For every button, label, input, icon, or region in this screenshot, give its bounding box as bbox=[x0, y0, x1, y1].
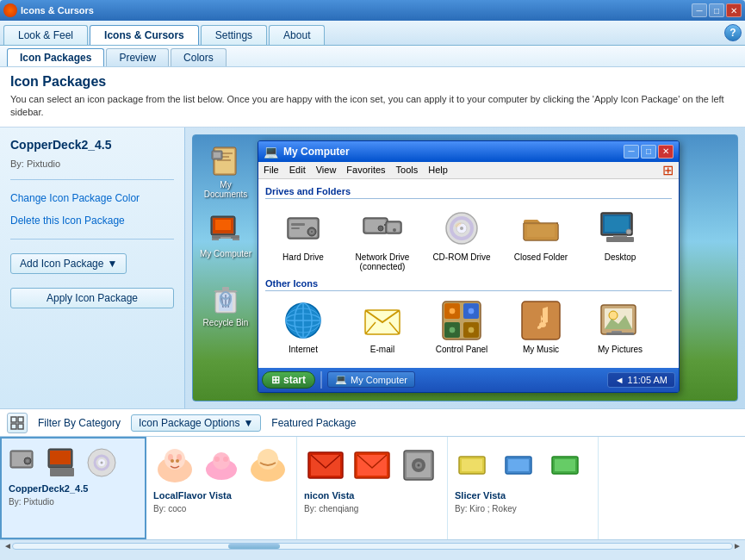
packages-row: CopperDeck2_4.5 By: Pixtudio bbox=[0, 436, 745, 539]
mycomp-close-button[interactable]: ✕ bbox=[658, 145, 674, 159]
svg-point-88 bbox=[176, 459, 179, 463]
menu-file[interactable]: File bbox=[264, 165, 279, 175]
bottom-filter-bar: Filter By Category Icon Package Options … bbox=[0, 408, 745, 436]
svg-rect-62 bbox=[539, 322, 546, 327]
my-documents-label: My Documents bbox=[200, 180, 251, 199]
desktop-icon-box bbox=[598, 206, 643, 251]
icon-email: E-mail bbox=[345, 298, 420, 354]
localflavor-thumbnail bbox=[153, 444, 289, 487]
menu-edit[interactable]: Edit bbox=[289, 165, 306, 175]
scroll-right-button[interactable]: ► bbox=[733, 541, 742, 551]
cdrom-label: CD-ROM Drive bbox=[432, 252, 490, 262]
control-panel-label: Control Panel bbox=[436, 345, 488, 354]
my-computer-window: 💻 My Computer ─ □ ✕ File Edit View Favor… bbox=[258, 140, 680, 393]
icon-desktop: Desktop bbox=[582, 206, 658, 271]
desktop-background: My Documents My Co bbox=[192, 134, 738, 401]
delete-package-action[interactable]: Delete this Icon Package bbox=[10, 213, 174, 228]
featured-package-label[interactable]: Featured Package bbox=[271, 417, 356, 429]
mycomp-title-icon: 💻 bbox=[264, 145, 278, 159]
add-icon-package-button[interactable]: Add Icon Package ▼ bbox=[10, 253, 127, 274]
taskbar-item-label: My Computer bbox=[351, 375, 407, 385]
tab-look-feel[interactable]: Look & Feel bbox=[3, 25, 88, 45]
icon-hard-drive: Hard Drive bbox=[265, 206, 341, 271]
tab-colors[interactable]: Colors bbox=[171, 48, 227, 66]
mycomp-minimize-button[interactable]: ─ bbox=[624, 145, 639, 159]
header-area: Icon Packages You can select an icon pac… bbox=[0, 67, 745, 128]
slicer-author: By: Kiro ; Rokey bbox=[455, 504, 591, 513]
other-section-header: Other Icons bbox=[265, 278, 672, 291]
menu-favorites[interactable]: Favorites bbox=[346, 165, 385, 175]
svg-point-92 bbox=[223, 457, 228, 462]
title-bar: Icons & Cursors ─ □ ✕ bbox=[0, 0, 745, 21]
page-title: Icon Packages bbox=[10, 74, 735, 90]
clock-arrow-icon: ◄ bbox=[615, 375, 624, 385]
desktop-icon-my-documents[interactable]: My Documents bbox=[200, 144, 251, 199]
app-icon bbox=[3, 3, 17, 17]
sidebar-divider bbox=[10, 179, 174, 180]
windows-logo-icon: ⊞ bbox=[662, 162, 674, 178]
change-color-action[interactable]: Change Icon Package Color bbox=[10, 190, 174, 206]
icon-internet: Internet bbox=[265, 298, 341, 354]
hard-drive-icon-box bbox=[281, 206, 326, 251]
svg-rect-11 bbox=[233, 239, 239, 240]
left-sidebar: CopperDeck2_4.5 By: Pixtudio Change Icon… bbox=[0, 128, 185, 408]
tab-settings[interactable]: Settings bbox=[201, 25, 267, 45]
start-button[interactable]: ⊞ start bbox=[262, 371, 315, 389]
mycomp-maximize-button[interactable]: □ bbox=[641, 145, 656, 159]
icon-my-pictures: My Pictures bbox=[582, 298, 658, 354]
icon-network-drive: Network Drive (connected) bbox=[345, 206, 420, 271]
desktop-icon-my-computer[interactable]: My Computer bbox=[200, 213, 251, 258]
tab-bar-right: ? bbox=[724, 24, 742, 45]
other-icons-grid: Internet bbox=[265, 298, 672, 354]
mycomp-taskbar: ⊞ start 💻 My Computer ◄ 11:05 AM bbox=[258, 368, 679, 392]
tab-about[interactable]: About bbox=[269, 25, 325, 45]
icon-cdrom-drive: CD-ROM Drive bbox=[424, 206, 500, 271]
filter-icon-button[interactable] bbox=[7, 413, 28, 433]
menu-help[interactable]: Help bbox=[428, 165, 448, 175]
desktop-icon-recycle-bin[interactable]: Recycle Bin bbox=[200, 282, 251, 327]
scroll-left-button[interactable]: ◄ bbox=[3, 541, 12, 551]
main-tab-bar: Look & Feel Icons & Cursors Settings Abo… bbox=[0, 21, 745, 46]
closed-folder-label: Closed Folder bbox=[514, 252, 568, 262]
menu-view[interactable]: View bbox=[316, 165, 337, 175]
tab-icon-packages[interactable]: Icon Packages bbox=[7, 48, 104, 66]
icon-package-options-dropdown[interactable]: Icon Package Options ▼ bbox=[131, 414, 261, 432]
tab-preview[interactable]: Preview bbox=[106, 48, 169, 66]
menu-tools[interactable]: Tools bbox=[396, 165, 419, 175]
filter-by-category-label[interactable]: Filter By Category bbox=[38, 417, 121, 429]
clock-time: 11:05 AM bbox=[628, 375, 667, 385]
close-button[interactable]: ✕ bbox=[726, 3, 742, 17]
localflavor-name: LocalFlavor Vista bbox=[153, 490, 289, 501]
maximize-button[interactable]: □ bbox=[709, 3, 724, 17]
svg-rect-43 bbox=[613, 235, 627, 237]
package-item-copperdeck[interactable]: CopperDeck2_4.5 By: Pixtudio bbox=[0, 437, 146, 539]
mycomp-titlebar: 💻 My Computer ─ □ ✕ bbox=[258, 141, 679, 162]
scrollbar-thumb[interactable] bbox=[228, 544, 280, 549]
svg-point-59 bbox=[468, 327, 475, 333]
taskbar-active-item[interactable]: 💻 My Computer bbox=[327, 371, 415, 388]
svg-rect-9 bbox=[215, 220, 231, 230]
taskbar-item-icon: 💻 bbox=[335, 374, 347, 385]
help-button[interactable]: ? bbox=[724, 24, 742, 41]
svg-point-103 bbox=[418, 464, 420, 467]
svg-rect-67 bbox=[606, 333, 634, 335]
email-label: E-mail bbox=[370, 345, 394, 354]
mycomp-menubar: File Edit View Favorites Tools Help ⊞ bbox=[258, 162, 679, 179]
apply-icon-package-button[interactable]: Apply Icon Package bbox=[10, 288, 174, 308]
svg-point-27 bbox=[378, 226, 383, 231]
options-arrow-icon: ▼ bbox=[243, 417, 253, 429]
svg-point-35 bbox=[460, 227, 463, 230]
package-item-slicer[interactable]: Slicer Vista By: Kiro ; Rokey bbox=[448, 437, 599, 539]
svg-point-87 bbox=[171, 459, 174, 463]
my-pictures-icon-box bbox=[598, 298, 643, 343]
tab-icons-cursors[interactable]: Icons & Cursors bbox=[90, 25, 199, 45]
minimize-button[interactable]: ─ bbox=[692, 3, 707, 17]
copperdeck-thumbnail bbox=[9, 445, 138, 480]
taskbar-separator bbox=[320, 371, 322, 389]
svg-point-58 bbox=[449, 327, 456, 333]
package-item-localflavor[interactable]: LocalFlavor Vista By: coco bbox=[146, 437, 297, 539]
svg-point-56 bbox=[449, 308, 456, 314]
internet-icon-box bbox=[281, 298, 326, 343]
svg-rect-105 bbox=[462, 459, 482, 471]
package-item-nicon[interactable]: nicon Vista By: chenqiang bbox=[297, 437, 448, 539]
